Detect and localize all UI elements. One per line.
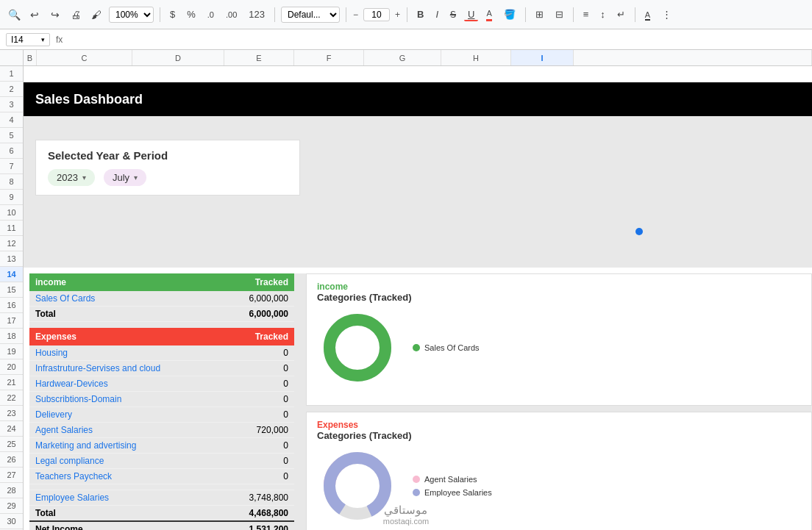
wrap-button[interactable]: ↵ bbox=[613, 7, 629, 21]
row-13[interactable]: 13 bbox=[0, 251, 23, 267]
number-format-button[interactable]: 123 bbox=[245, 7, 268, 21]
row-23[interactable]: 23 bbox=[0, 406, 23, 421]
row-6[interactable]: 6 bbox=[0, 143, 23, 159]
bold-button[interactable]: B bbox=[413, 7, 427, 21]
font-name-select[interactable]: Defaul... bbox=[281, 7, 340, 23]
col-e[interactable]: E bbox=[224, 50, 294, 65]
month-dropdown[interactable]: July ▾ bbox=[104, 169, 146, 186]
row-22[interactable]: 22 bbox=[0, 390, 23, 406]
col-b[interactable]: B bbox=[24, 50, 37, 65]
year-dropdown[interactable]: 2023 ▾ bbox=[48, 169, 95, 186]
divider-7 bbox=[635, 7, 635, 22]
expense-value-delivery: 0 bbox=[222, 407, 294, 423]
col-i[interactable]: I bbox=[511, 50, 574, 65]
row-30[interactable]: 30 bbox=[0, 514, 23, 529]
period-selectors: 2023 ▾ July ▾ bbox=[48, 169, 288, 186]
col-rest[interactable] bbox=[574, 50, 812, 65]
expenses-total-value: 4,468,800 bbox=[222, 506, 294, 522]
income-legend-label-sales: Sales Of Cards bbox=[424, 343, 480, 352]
grid-content: Sales Dashboard Selected Year & Period 2… bbox=[24, 66, 812, 530]
income-chart-title: income bbox=[317, 282, 801, 292]
italic-button[interactable]: I bbox=[432, 7, 442, 21]
valign-button[interactable]: ↕ bbox=[596, 7, 609, 21]
row-1[interactable]: 1 bbox=[0, 66, 23, 82]
row-7[interactable]: 7 bbox=[0, 159, 23, 174]
row-26[interactable]: 26 bbox=[0, 452, 23, 468]
row-8[interactable]: 8 bbox=[0, 174, 23, 190]
decimal-less-button[interactable]: .00 bbox=[222, 9, 241, 21]
bucket-icon[interactable]: 🪣 bbox=[500, 7, 519, 21]
row-4[interactable]: 4 bbox=[0, 112, 23, 128]
row-16[interactable]: 16 bbox=[0, 298, 23, 313]
income-label-sales[interactable]: Sales Of Cards bbox=[29, 291, 184, 307]
net-income-label: Net Income bbox=[29, 521, 222, 530]
currency-button[interactable]: $ bbox=[166, 7, 179, 21]
expense-label-subscriptions[interactable]: Subscribtions-Domain bbox=[29, 392, 222, 407]
percent-button[interactable]: % bbox=[183, 7, 199, 21]
blue-marker bbox=[635, 228, 643, 235]
expense-label-employee-salaries[interactable]: Employee Salaries bbox=[29, 490, 222, 506]
underline-button[interactable]: U bbox=[464, 7, 478, 21]
row-3[interactable]: 3 bbox=[0, 97, 23, 112]
row-29[interactable]: 29 bbox=[0, 498, 23, 514]
search-icon[interactable]: 🔍 bbox=[6, 7, 22, 23]
row-11[interactable]: 11 bbox=[0, 221, 23, 236]
row-19[interactable]: 19 bbox=[0, 344, 23, 359]
borders-button[interactable]: ⊞ bbox=[532, 7, 547, 21]
strikethrough-button[interactable]: S̶ bbox=[446, 7, 460, 21]
svg-point-1 bbox=[330, 320, 385, 376]
col-f[interactable]: F bbox=[294, 50, 364, 65]
redo-icon[interactable]: ↪ bbox=[47, 7, 63, 23]
paint-format-icon[interactable]: 🖌 bbox=[88, 7, 104, 23]
merge-button[interactable]: ⊟ bbox=[552, 7, 567, 21]
rows9-12-empty bbox=[24, 203, 812, 268]
income-header-label: income bbox=[29, 273, 184, 291]
expenses-legend-label-employee: Employee Salaries bbox=[424, 488, 492, 497]
col-h[interactable]: H bbox=[441, 50, 511, 65]
col-g[interactable]: G bbox=[364, 50, 441, 65]
row-20[interactable]: 20 bbox=[0, 359, 23, 375]
income-donut-chart bbox=[317, 307, 398, 388]
decimal-more-button[interactable]: .0 bbox=[204, 9, 218, 21]
fill-color-button[interactable]: A bbox=[482, 6, 495, 23]
more-options-button[interactable]: ⋮ bbox=[658, 7, 675, 21]
expense-value-legal: 0 bbox=[222, 454, 294, 469]
expenses-total-row: Total 4,468,800 bbox=[29, 506, 294, 522]
expense-label-agent-salaries[interactable]: Agent Salaries bbox=[29, 423, 222, 438]
row-14[interactable]: 14 bbox=[0, 267, 23, 282]
row-25[interactable]: 25 bbox=[0, 437, 23, 452]
zoom-select[interactable]: 100% bbox=[109, 7, 154, 23]
income-legend-item-sales: Sales Of Cards bbox=[413, 343, 480, 352]
expense-label-marketing[interactable]: Marketing and advertising bbox=[29, 438, 222, 454]
row-5[interactable]: 5 bbox=[0, 128, 23, 143]
expenses-chart-title: Expenses bbox=[317, 420, 801, 430]
row-12[interactable]: 12 bbox=[0, 236, 23, 251]
expense-row-marketing: Marketing and advertising 0 bbox=[29, 438, 294, 454]
row-18[interactable]: 18 bbox=[0, 329, 23, 344]
col-c[interactable]: C bbox=[37, 50, 132, 65]
formula-bar: I14 ▾ fx bbox=[0, 29, 812, 50]
expense-label-teachers[interactable]: Teachers Paycheck bbox=[29, 469, 222, 484]
expense-label-infra[interactable]: Infrastruture-Servises and cloud bbox=[29, 361, 222, 376]
align-button[interactable]: ≡ bbox=[580, 7, 593, 21]
expense-label-legal[interactable]: Legal compliance bbox=[29, 454, 222, 469]
row-21[interactable]: 21 bbox=[0, 375, 23, 390]
expense-label-housing[interactable]: Housing bbox=[29, 345, 222, 361]
expense-label-delivery[interactable]: Delievery bbox=[29, 407, 222, 423]
expense-label-hardware[interactable]: Hardwear-Devices bbox=[29, 376, 222, 392]
row-15[interactable]: 15 bbox=[0, 282, 23, 298]
expenses-legend-item-employee: Employee Salaries bbox=[413, 488, 492, 497]
text-color-button[interactable]: A bbox=[641, 7, 654, 21]
row-10[interactable]: 10 bbox=[0, 205, 23, 221]
row-27[interactable]: 27 bbox=[0, 468, 23, 483]
row-24[interactable]: 24 bbox=[0, 421, 23, 437]
row-2[interactable]: 2 bbox=[0, 82, 23, 97]
col-d[interactable]: D bbox=[132, 50, 224, 65]
row-9[interactable]: 9 bbox=[0, 190, 23, 205]
print-icon[interactable]: 🖨 bbox=[68, 7, 84, 23]
row-17[interactable]: 17 bbox=[0, 313, 23, 329]
cell-reference[interactable]: I14 ▾ bbox=[6, 33, 50, 46]
undo-icon[interactable]: ↩ bbox=[26, 7, 43, 23]
font-size-input[interactable] bbox=[363, 8, 390, 21]
row-28[interactable]: 28 bbox=[0, 483, 23, 498]
